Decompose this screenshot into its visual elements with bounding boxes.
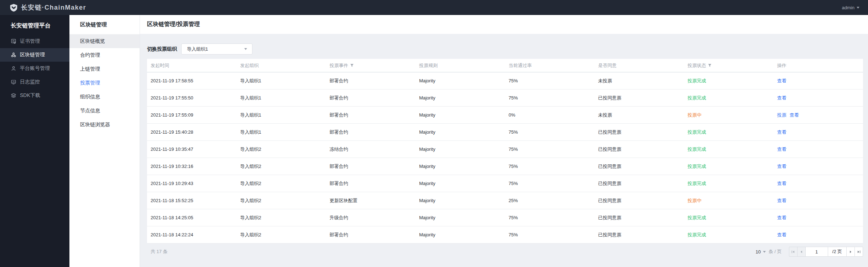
total-count: 共 17 条 <box>151 248 168 255</box>
submenu-list: 区块链概览合约管理上链管理投票管理组织信息节点信息区块链浏览器 <box>69 34 140 132</box>
certificate-icon <box>11 38 16 44</box>
cell-status: 投票完成 <box>684 78 773 84</box>
status-text: 投票完成 <box>687 181 706 186</box>
cell-status: 投票完成 <box>684 95 773 101</box>
view-link[interactable]: 查看 <box>790 112 799 118</box>
cell-value: Majority <box>419 112 435 118</box>
submenu-item-onchain[interactable]: 上链管理 <box>69 62 140 76</box>
sidebar-item-sdk[interactable]: SDK下载 <box>0 89 69 102</box>
column-label: 是否同意 <box>598 62 617 69</box>
table-row: 2021-11-19 17:55:50导入组织1部署合约Majority75%已… <box>147 89 863 107</box>
cell-time: 2021-11-19 10:35:47 <box>147 147 236 152</box>
view-link[interactable]: 查看 <box>777 164 786 169</box>
last-page-button[interactable] <box>854 247 863 257</box>
page-size-select[interactable]: 10 <box>755 249 765 255</box>
sidebar-item-accounts[interactable]: 平台账号管理 <box>0 62 69 75</box>
cell-time: 2021-11-18 14:22:24 <box>147 232 236 237</box>
sidebar-item-certificates[interactable]: 证书管理 <box>0 35 69 48</box>
view-link[interactable]: 查看 <box>777 129 786 135</box>
cell-status: 投票完成 <box>684 215 773 221</box>
submenu-item-explorer[interactable]: 区块链浏览器 <box>69 118 140 132</box>
column-label: 投票状态 <box>687 62 706 69</box>
org-select[interactable]: 导入组织1 <box>181 43 252 55</box>
cell-value: 2021-11-19 17:55:50 <box>151 95 193 101</box>
table-row: 2021-11-19 17:58:55导入组织1部署合约Majority75%未… <box>147 72 863 89</box>
view-link[interactable]: 查看 <box>777 95 786 101</box>
table-row: 2021-11-18 15:52:25导入组织2更新区块配置Majority25… <box>147 192 863 209</box>
cell-time: 2021-11-19 10:32:16 <box>147 164 236 169</box>
cell-value: 导入组织2 <box>240 164 261 169</box>
filter-icon[interactable] <box>350 63 354 67</box>
submenu-item-nodes[interactable]: 节点信息 <box>69 104 140 118</box>
view-link[interactable]: 查看 <box>777 78 786 83</box>
cell-event: 升级合约 <box>326 215 415 221</box>
sdk-download-icon <box>11 93 16 98</box>
cell-rate: 75% <box>505 147 595 152</box>
view-link[interactable]: 查看 <box>777 232 786 237</box>
chainmaker-shield-icon <box>9 3 18 12</box>
chevron-down-icon <box>763 251 766 253</box>
first-page-button[interactable] <box>789 247 798 257</box>
cell-value: 2021-11-18 14:25:05 <box>151 215 193 220</box>
submenu-item-voting[interactable]: 投票管理 <box>69 76 140 90</box>
cell-event: 部署合约 <box>326 78 415 84</box>
cell-org: 导入组织2 <box>236 180 326 187</box>
column-header-pass_rate: 当前通过率 <box>505 62 595 69</box>
table-row: 2021-11-19 10:35:47导入组织2冻结合约Majority75%已… <box>147 141 863 158</box>
status-text: 投票完成 <box>687 95 706 101</box>
cell-rule: Majority <box>415 95 505 101</box>
cell-actions: 查看 <box>774 129 863 135</box>
cell-value: 2021-11-19 10:35:47 <box>151 147 193 152</box>
cell-org: 导入组织2 <box>236 163 326 170</box>
account-icon <box>11 66 16 71</box>
user-menu[interactable]: admin <box>842 5 859 10</box>
frame: 长安链管理平台 证书管理区块链管理平台账号管理日志监控SDK下载 区块链管理 区… <box>0 15 868 267</box>
cell-rule: Majority <box>415 164 505 169</box>
cell-status: 投票中 <box>684 112 773 118</box>
filter-label: 切换投票组织 <box>147 46 177 52</box>
cell-rate: 75% <box>505 181 595 186</box>
cell-value: 75% <box>509 164 518 169</box>
status-text: 投票中 <box>687 198 701 203</box>
column-header-start_time: 发起时间 <box>147 62 236 69</box>
pagination: 10 条 / 页 /2 页 <box>755 247 863 257</box>
cell-value: 导入组织2 <box>240 232 261 237</box>
prev-page-button[interactable] <box>797 247 806 257</box>
cell-value: Majority <box>419 147 435 152</box>
cell-rule: Majority <box>415 78 505 83</box>
next-page-button[interactable] <box>846 247 855 257</box>
cell-value: 2021-11-19 17:58:55 <box>151 78 193 83</box>
submenu-item-overview[interactable]: 区块链概览 <box>69 34 140 48</box>
cell-rate: 75% <box>505 95 595 101</box>
column-header-actions: 操作 <box>774 62 863 69</box>
status-text: 投票完成 <box>687 147 706 152</box>
cell-time: 2021-11-19 17:55:50 <box>147 95 236 101</box>
cell-value: 2021-11-18 15:52:25 <box>151 198 193 203</box>
filter-icon[interactable] <box>708 63 712 67</box>
cell-time: 2021-11-18 14:25:05 <box>147 215 236 220</box>
sidebar-item-logs[interactable]: 日志监控 <box>0 75 69 89</box>
view-link[interactable]: 查看 <box>777 147 786 152</box>
sidebar-item-blockchain[interactable]: 区块链管理 <box>0 48 69 62</box>
cell-rate: 0% <box>505 112 595 118</box>
column-header-vote_rule: 投票规则 <box>415 62 505 69</box>
submenu-item-organizations[interactable]: 组织信息 <box>69 90 140 104</box>
vote-link[interactable]: 投票 <box>777 112 786 118</box>
cell-value: Majority <box>419 181 435 186</box>
cell-value: 导入组织1 <box>240 129 261 135</box>
cell-status: 投票完成 <box>684 129 773 135</box>
breadcrumb: 区块链管理/投票管理 <box>147 21 200 28</box>
cell-event: 部署合约 <box>326 163 415 170</box>
submenu-item-contracts[interactable]: 合约管理 <box>69 48 140 62</box>
cell-value: 已投同意票 <box>598 129 621 135</box>
sidebar-item-label: SDK下载 <box>20 92 40 99</box>
column-header-vote_status: 投票状态 <box>684 62 773 69</box>
view-link[interactable]: 查看 <box>777 181 786 186</box>
cell-value: 导入组织2 <box>240 215 261 220</box>
view-link[interactable]: 查看 <box>777 215 786 220</box>
cell-actions: 查看 <box>774 180 863 187</box>
status-text: 投票完成 <box>687 232 706 237</box>
cell-value: 75% <box>509 232 518 237</box>
page-input[interactable] <box>805 247 828 257</box>
view-link[interactable]: 查看 <box>777 198 786 203</box>
